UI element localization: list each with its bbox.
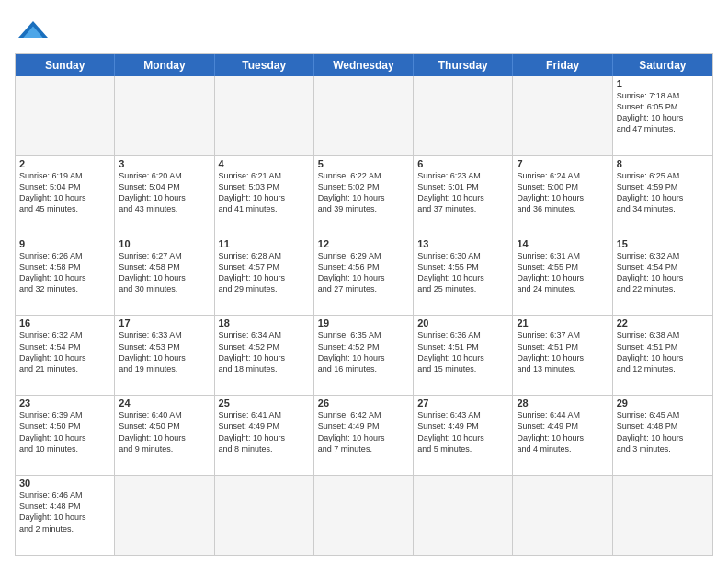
- day-number: 9: [19, 238, 110, 249]
- day-number: 28: [517, 397, 608, 408]
- calendar-cell: 21Sunrise: 6:37 AM Sunset: 4:51 PM Dayli…: [513, 316, 612, 395]
- cell-sun-info: Sunrise: 6:37 AM Sunset: 4:51 PM Dayligh…: [517, 329, 608, 374]
- calendar-row: 16Sunrise: 6:32 AM Sunset: 4:54 PM Dayli…: [16, 315, 712, 395]
- calendar-page: SundayMondayTuesdayWednesdayThursdayFrid…: [0, 0, 728, 563]
- calendar-cell: 19Sunrise: 6:35 AM Sunset: 4:52 PM Dayli…: [314, 316, 414, 395]
- cell-sun-info: Sunrise: 6:31 AM Sunset: 4:55 PM Dayligh…: [517, 250, 608, 295]
- calendar-cell: 17Sunrise: 6:33 AM Sunset: 4:53 PM Dayli…: [115, 316, 214, 395]
- cell-sun-info: Sunrise: 6:32 AM Sunset: 4:54 PM Dayligh…: [617, 250, 709, 295]
- day-number: 8: [617, 158, 709, 169]
- calendar-cell: 2Sunrise: 6:19 AM Sunset: 5:04 PM Daylig…: [16, 156, 115, 236]
- cell-sun-info: Sunrise: 6:39 AM Sunset: 4:50 PM Dayligh…: [19, 409, 110, 454]
- calendar-cell: 7Sunrise: 6:24 AM Sunset: 5:00 PM Daylig…: [513, 156, 612, 236]
- day-number: 2: [19, 158, 110, 169]
- day-number: 4: [219, 158, 310, 169]
- calendar-cell: 9Sunrise: 6:26 AM Sunset: 4:58 PM Daylig…: [16, 236, 115, 316]
- calendar-cell: 4Sunrise: 6:21 AM Sunset: 5:03 PM Daylig…: [215, 156, 314, 236]
- calendar-cell: [513, 76, 612, 155]
- weekday-header: Sunday: [16, 54, 115, 76]
- calendar-cell: [414, 76, 513, 155]
- day-number: 23: [19, 397, 110, 408]
- cell-sun-info: Sunrise: 6:21 AM Sunset: 5:03 PM Dayligh…: [219, 170, 310, 215]
- calendar-cell: 18Sunrise: 6:34 AM Sunset: 4:52 PM Dayli…: [215, 316, 314, 395]
- calendar-cell: 20Sunrise: 6:36 AM Sunset: 4:51 PM Dayli…: [414, 316, 513, 395]
- calendar-cell: 8Sunrise: 6:25 AM Sunset: 4:59 PM Daylig…: [613, 156, 712, 236]
- day-number: 16: [19, 317, 110, 328]
- day-number: 20: [417, 317, 508, 328]
- calendar-cell: 14Sunrise: 6:31 AM Sunset: 4:55 PM Dayli…: [513, 236, 612, 316]
- calendar-cell: 13Sunrise: 6:30 AM Sunset: 4:55 PM Dayli…: [414, 236, 513, 316]
- calendar-cell: 26Sunrise: 6:42 AM Sunset: 4:49 PM Dayli…: [314, 396, 414, 475]
- cell-sun-info: Sunrise: 6:24 AM Sunset: 5:00 PM Dayligh…: [517, 170, 608, 215]
- weekday-header: Tuesday: [215, 54, 314, 76]
- cell-sun-info: Sunrise: 6:42 AM Sunset: 4:49 PM Dayligh…: [318, 409, 409, 454]
- calendar-row: 30Sunrise: 6:46 AM Sunset: 4:48 PM Dayli…: [16, 475, 712, 555]
- calendar-cell: 16Sunrise: 6:32 AM Sunset: 4:54 PM Dayli…: [16, 316, 115, 395]
- calendar-cell: 15Sunrise: 6:32 AM Sunset: 4:54 PM Dayli…: [613, 236, 712, 316]
- day-number: 22: [617, 317, 709, 328]
- cell-sun-info: Sunrise: 6:28 AM Sunset: 4:57 PM Dayligh…: [219, 250, 310, 295]
- calendar-row: 23Sunrise: 6:39 AM Sunset: 4:50 PM Dayli…: [16, 395, 712, 475]
- cell-sun-info: Sunrise: 6:41 AM Sunset: 4:49 PM Dayligh…: [219, 409, 310, 454]
- day-number: 10: [119, 238, 210, 249]
- cell-sun-info: Sunrise: 6:23 AM Sunset: 5:01 PM Dayligh…: [417, 170, 508, 215]
- calendar-cell: [513, 476, 612, 555]
- calendar-cell: [115, 76, 214, 155]
- cell-sun-info: Sunrise: 6:44 AM Sunset: 4:49 PM Dayligh…: [517, 409, 608, 454]
- day-number: 6: [417, 158, 508, 169]
- logo: [15, 15, 48, 48]
- cell-sun-info: Sunrise: 6:26 AM Sunset: 4:58 PM Dayligh…: [19, 250, 110, 295]
- weekday-header: Wednesday: [314, 54, 414, 76]
- calendar-cell: [613, 476, 712, 555]
- header: [15, 11, 713, 48]
- day-number: 27: [417, 397, 508, 408]
- cell-sun-info: Sunrise: 6:38 AM Sunset: 4:51 PM Dayligh…: [617, 329, 709, 374]
- calendar-body: 1Sunrise: 7:18 AM Sunset: 6:05 PM Daylig…: [16, 76, 712, 555]
- logo-icon: [18, 15, 48, 44]
- calendar-cell: 6Sunrise: 6:23 AM Sunset: 5:01 PM Daylig…: [414, 156, 513, 236]
- weekday-header: Monday: [115, 54, 214, 76]
- calendar-cell: 22Sunrise: 6:38 AM Sunset: 4:51 PM Dayli…: [613, 316, 712, 395]
- cell-sun-info: Sunrise: 6:30 AM Sunset: 4:55 PM Dayligh…: [417, 250, 508, 295]
- cell-sun-info: Sunrise: 6:20 AM Sunset: 5:04 PM Dayligh…: [119, 170, 210, 215]
- calendar-cell: [16, 76, 115, 155]
- cell-sun-info: Sunrise: 6:35 AM Sunset: 4:52 PM Dayligh…: [318, 329, 409, 374]
- day-number: 26: [318, 397, 409, 408]
- day-number: 18: [219, 317, 310, 328]
- day-number: 1: [617, 78, 709, 89]
- day-number: 15: [617, 238, 709, 249]
- cell-sun-info: Sunrise: 6:46 AM Sunset: 4:48 PM Dayligh…: [19, 489, 110, 534]
- calendar-cell: [115, 476, 214, 555]
- day-number: 3: [119, 158, 210, 169]
- calendar-cell: 1Sunrise: 7:18 AM Sunset: 6:05 PM Daylig…: [613, 76, 712, 155]
- day-number: 7: [517, 158, 608, 169]
- calendar-row: 2Sunrise: 6:19 AM Sunset: 5:04 PM Daylig…: [16, 155, 712, 236]
- day-number: 19: [318, 317, 409, 328]
- cell-sun-info: Sunrise: 6:25 AM Sunset: 4:59 PM Dayligh…: [617, 170, 709, 215]
- calendar-cell: 28Sunrise: 6:44 AM Sunset: 4:49 PM Dayli…: [513, 396, 612, 475]
- day-number: 30: [19, 477, 110, 488]
- weekday-header: Friday: [513, 54, 612, 76]
- day-number: 25: [219, 397, 310, 408]
- calendar-cell: [215, 476, 314, 555]
- cell-sun-info: Sunrise: 6:43 AM Sunset: 4:49 PM Dayligh…: [417, 409, 508, 454]
- weekday-header: Thursday: [414, 54, 513, 76]
- cell-sun-info: Sunrise: 6:40 AM Sunset: 4:50 PM Dayligh…: [119, 409, 210, 454]
- day-number: 17: [119, 317, 210, 328]
- day-number: 12: [318, 238, 409, 249]
- calendar-cell: 23Sunrise: 6:39 AM Sunset: 4:50 PM Dayli…: [16, 396, 115, 475]
- calendar-row: 1Sunrise: 7:18 AM Sunset: 6:05 PM Daylig…: [16, 76, 712, 155]
- cell-sun-info: Sunrise: 7:18 AM Sunset: 6:05 PM Dayligh…: [617, 90, 709, 135]
- day-number: 24: [119, 397, 210, 408]
- calendar-cell: 5Sunrise: 6:22 AM Sunset: 5:02 PM Daylig…: [314, 156, 414, 236]
- calendar-cell: 11Sunrise: 6:28 AM Sunset: 4:57 PM Dayli…: [215, 236, 314, 316]
- calendar-cell: [314, 76, 414, 155]
- calendar-cell: 3Sunrise: 6:20 AM Sunset: 5:04 PM Daylig…: [115, 156, 214, 236]
- day-number: 13: [417, 238, 508, 249]
- day-number: 11: [219, 238, 310, 249]
- calendar-cell: 24Sunrise: 6:40 AM Sunset: 4:50 PM Dayli…: [115, 396, 214, 475]
- day-number: 21: [517, 317, 608, 328]
- cell-sun-info: Sunrise: 6:29 AM Sunset: 4:56 PM Dayligh…: [318, 250, 409, 295]
- cell-sun-info: Sunrise: 6:32 AM Sunset: 4:54 PM Dayligh…: [19, 329, 110, 374]
- calendar-cell: 12Sunrise: 6:29 AM Sunset: 4:56 PM Dayli…: [314, 236, 414, 316]
